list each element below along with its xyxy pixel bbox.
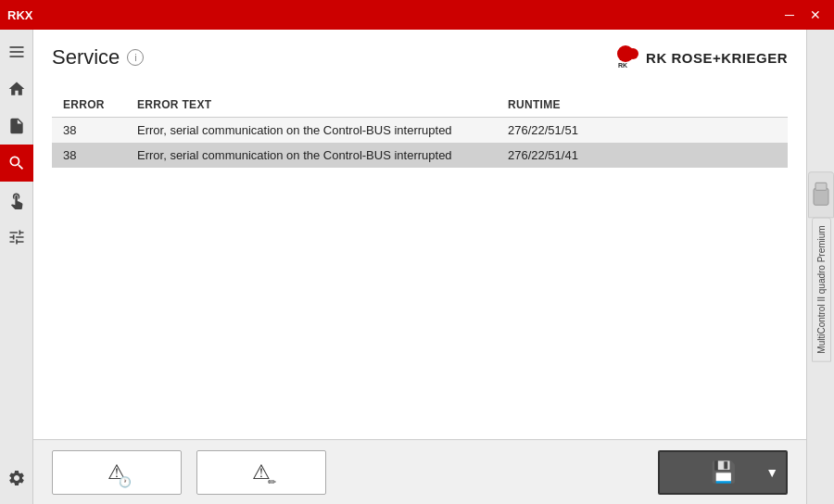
error-table: ERROR ERROR TEXT RUNTIME 38Error, serial… xyxy=(52,93,788,168)
svg-rect-1 xyxy=(9,51,23,53)
table-header-row: ERROR ERROR TEXT RUNTIME xyxy=(52,93,788,118)
search-icon xyxy=(7,154,26,172)
right-panel: MultiControl II quadro Premium xyxy=(806,30,834,504)
sidebar-item-pointer[interactable] xyxy=(0,182,33,219)
clear-history-button[interactable]: ⚠🕐 xyxy=(52,450,182,495)
page-title: Service xyxy=(52,45,120,69)
hand-icon xyxy=(7,191,26,209)
cell-error-text: Error, serial communication on the Contr… xyxy=(126,118,497,144)
col-error: ERROR xyxy=(52,93,126,118)
save-button[interactable]: 💾 ▼ xyxy=(658,450,788,495)
device-tab[interactable]: MultiControl II quadro Premium xyxy=(808,171,834,361)
close-button[interactable]: ✕ xyxy=(804,4,827,26)
table-row[interactable]: 38Error, serial communication on the Con… xyxy=(52,143,788,168)
title-bar: RKX ─ ✕ xyxy=(0,0,834,30)
cell-error: 38 xyxy=(52,118,126,144)
logo-text: RK ROSE+KRIEGER xyxy=(646,50,788,66)
svg-rect-6 xyxy=(620,48,627,56)
clear-history-icon: ⚠🕐 xyxy=(107,460,126,485)
svg-rect-8 xyxy=(814,188,828,205)
header-left: Service i xyxy=(52,45,144,69)
sidebar-item-search[interactable] xyxy=(0,145,33,182)
sidebar-item-menu[interactable] xyxy=(0,33,33,70)
title-bar-left: RKX xyxy=(7,8,32,22)
svg-rect-2 xyxy=(9,56,23,57)
cell-runtime: 276/22/51/51 xyxy=(497,118,788,144)
svg-rect-0 xyxy=(9,46,23,48)
logo-area: RK RK ROSE+KRIEGER xyxy=(598,44,788,70)
svg-point-5 xyxy=(627,48,638,59)
save-icon: 💾 xyxy=(711,460,736,485)
sliders-icon xyxy=(7,228,26,246)
footer: ⚠🕐 ⚠✏ 💾 ▼ xyxy=(33,439,806,504)
table-row[interactable]: 38Error, serial communication on the Con… xyxy=(52,118,788,144)
device-shape-icon xyxy=(812,181,830,208)
col-error-text: ERROR TEXT xyxy=(126,93,497,118)
home-icon xyxy=(7,80,26,98)
sidebar-item-settings[interactable] xyxy=(0,460,33,497)
content-area: Service i RK RK ROSE+KRIEGER xyxy=(33,30,806,504)
device-icon xyxy=(808,171,834,218)
table-area: ERROR ERROR TEXT RUNTIME 38Error, serial… xyxy=(33,78,806,439)
cell-error-text: Error, serial communication on the Contr… xyxy=(126,143,497,168)
info-icon[interactable]: i xyxy=(127,49,144,66)
minimize-button[interactable]: ─ xyxy=(778,4,801,26)
app-title: RKX xyxy=(7,8,32,22)
document-icon xyxy=(7,117,26,135)
clear-log-icon: ⚠✏ xyxy=(252,460,271,485)
cell-runtime: 276/22/51/41 xyxy=(497,143,788,168)
clear-log-button[interactable]: ⚠✏ xyxy=(196,450,326,495)
device-label[interactable]: MultiControl II quadro Premium xyxy=(812,217,831,361)
logo-graphic: RK xyxy=(598,44,638,70)
title-bar-controls: ─ ✕ xyxy=(778,4,827,26)
content-header: Service i RK RK ROSE+KRIEGER xyxy=(33,30,806,78)
col-runtime: RUNTIME xyxy=(497,93,788,118)
sidebar-item-home[interactable] xyxy=(0,70,33,107)
save-dropdown-arrow[interactable]: ▼ xyxy=(765,465,778,480)
cell-error: 38 xyxy=(52,143,126,168)
app-body: Service i RK RK ROSE+KRIEGER xyxy=(0,30,834,504)
svg-text:RK: RK xyxy=(618,62,627,69)
sidebar xyxy=(0,30,33,504)
svg-rect-9 xyxy=(815,183,827,190)
gear-icon xyxy=(7,469,26,487)
sidebar-item-sliders[interactable] xyxy=(0,219,33,256)
menu-icon xyxy=(7,43,26,61)
sidebar-item-document[interactable] xyxy=(0,107,33,145)
